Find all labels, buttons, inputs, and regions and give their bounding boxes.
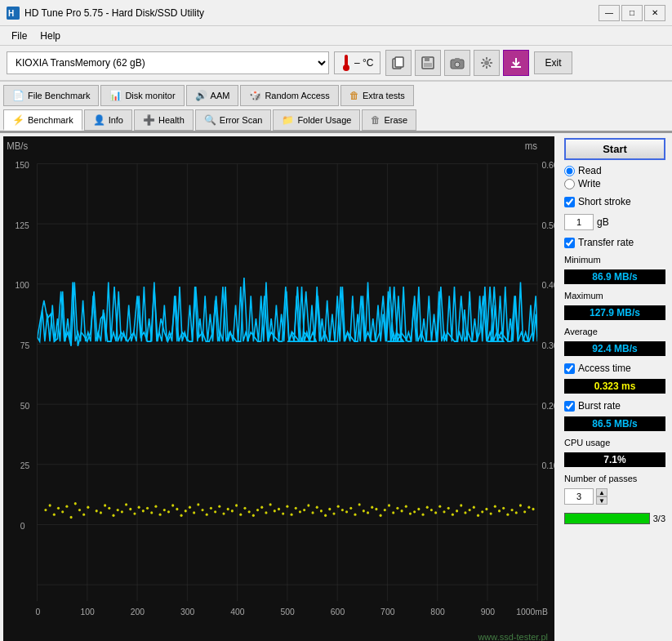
help-menu[interactable]: Help — [33, 29, 67, 43]
tab-benchmark[interactable]: ⚡ Benchmark — [3, 109, 82, 131]
svg-point-70 — [87, 506, 89, 509]
toolbar-icons — [385, 50, 529, 76]
passes-spinner[interactable]: ▲ ▼ — [596, 488, 607, 505]
burst-rate-checkbox[interactable]: Burst rate — [564, 400, 665, 412]
menu-bar: File Help — [0, 26, 672, 46]
svg-point-158 — [464, 511, 466, 514]
svg-point-120 — [303, 509, 305, 511]
tab-disk-monitor[interactable]: 📊 Disk monitor — [100, 85, 184, 106]
svg-point-86 — [159, 513, 162, 515]
cpu-usage-label: CPU usage — [564, 438, 665, 447]
access-time-value: 0.323 ms — [564, 379, 665, 394]
svg-point-124 — [320, 510, 323, 512]
short-stroke-checkbox[interactable]: Short stroke — [564, 196, 665, 207]
read-radio[interactable]: Read — [564, 165, 665, 176]
exit-button[interactable]: Exit — [534, 51, 572, 74]
passes-up-arrow[interactable]: ▲ — [596, 488, 607, 496]
file-benchmark-icon: 📄 — [12, 90, 24, 101]
access-time-checkbox[interactable]: Access time — [564, 363, 665, 374]
tab-aam[interactable]: 🔊 AAM — [186, 85, 239, 106]
svg-point-66 — [70, 516, 73, 519]
svg-point-93 — [189, 506, 191, 509]
svg-point-129 — [341, 509, 344, 511]
svg-point-165 — [494, 505, 496, 507]
camera-icon[interactable] — [444, 50, 470, 76]
svg-point-160 — [473, 506, 475, 509]
svg-text:100: 100 — [80, 607, 94, 617]
tab-file-benchmark[interactable]: 📄 File Benchmark — [3, 85, 99, 106]
svg-point-112 — [269, 503, 272, 505]
svg-point-166 — [498, 510, 501, 512]
start-button[interactable]: Start — [564, 138, 665, 160]
svg-point-141 — [392, 511, 394, 514]
svg-point-65 — [65, 505, 68, 507]
save-icon[interactable] — [415, 50, 441, 76]
svg-text:H: H — [8, 9, 14, 18]
svg-point-85 — [154, 505, 157, 507]
disk-monitor-icon: 📊 — [109, 90, 122, 101]
svg-point-161 — [477, 514, 479, 517]
svg-rect-7 — [425, 57, 429, 61]
tab-folder-usage[interactable]: 📁 Folder Usage — [273, 109, 360, 131]
svg-point-84 — [150, 511, 153, 514]
svg-point-145 — [409, 512, 412, 514]
passes-input[interactable] — [564, 488, 594, 505]
write-radio[interactable]: Write — [564, 178, 665, 189]
svg-point-138 — [380, 514, 382, 517]
svg-point-123 — [316, 506, 318, 509]
svg-point-78 — [125, 503, 127, 505]
svg-point-67 — [74, 502, 77, 505]
svg-point-135 — [367, 511, 369, 514]
short-stroke-input[interactable] — [564, 214, 594, 230]
tab-info[interactable]: 👤 Info — [84, 109, 132, 131]
progress-row: 3/3 — [564, 513, 665, 524]
svg-point-63 — [57, 507, 60, 510]
svg-point-111 — [265, 511, 267, 514]
svg-point-172 — [523, 510, 526, 513]
svg-point-173 — [527, 506, 530, 509]
svg-point-170 — [515, 511, 518, 514]
maximum-label: Maximum — [564, 291, 665, 300]
transfer-rate-checkbox[interactable]: Transfer rate — [564, 237, 665, 248]
svg-point-171 — [519, 504, 522, 506]
svg-point-75 — [112, 514, 114, 517]
svg-point-89 — [171, 504, 174, 506]
svg-text:ms: ms — [525, 140, 537, 151]
svg-point-139 — [384, 509, 386, 511]
svg-text:0.60: 0.60 — [541, 160, 554, 170]
short-stroke-input-row: gB — [564, 214, 665, 230]
svg-point-108 — [252, 514, 255, 517]
svg-point-152 — [438, 505, 441, 507]
svg-point-109 — [256, 509, 259, 511]
error-scan-icon: 🔍 — [204, 114, 216, 126]
tab-error-scan[interactable]: 🔍 Error Scan — [195, 109, 272, 131]
benchmark-icon: ⚡ — [12, 114, 24, 126]
aam-icon: 🔊 — [195, 90, 207, 101]
svg-point-105 — [239, 513, 242, 515]
copy-icon[interactable] — [385, 50, 412, 76]
svg-point-80 — [133, 512, 136, 514]
svg-point-167 — [502, 507, 505, 510]
passes-down-arrow[interactable]: ▼ — [596, 496, 607, 505]
settings-icon[interactable] — [474, 50, 500, 76]
svg-point-142 — [396, 507, 398, 510]
tab-random-access[interactable]: 🎲 Random Access — [240, 85, 338, 106]
file-menu[interactable]: File — [5, 29, 33, 43]
erase-icon: 🗑 — [371, 114, 381, 126]
maximize-button[interactable]: □ — [621, 5, 643, 21]
close-button[interactable]: ✕ — [644, 5, 665, 21]
svg-rect-2 — [345, 55, 348, 66]
tab-erase[interactable]: 🗑 Erase — [362, 109, 416, 131]
svg-point-154 — [447, 507, 450, 510]
tab-health[interactable]: ➕ Health — [134, 109, 194, 131]
drive-selector[interactable]: KIOXIA TransMemory (62 gB) — [7, 51, 329, 74]
download-icon[interactable] — [503, 50, 529, 76]
number-of-passes-label: Number of passes — [564, 474, 665, 483]
tab-extra-tests[interactable]: 🗑 Extra tests — [340, 85, 414, 106]
svg-text:1000mB: 1000mB — [516, 607, 548, 617]
svg-text:900: 900 — [481, 607, 495, 617]
svg-point-162 — [481, 510, 483, 513]
minimize-button[interactable]: — — [599, 5, 620, 21]
svg-point-76 — [117, 509, 119, 511]
svg-point-110 — [260, 506, 263, 509]
